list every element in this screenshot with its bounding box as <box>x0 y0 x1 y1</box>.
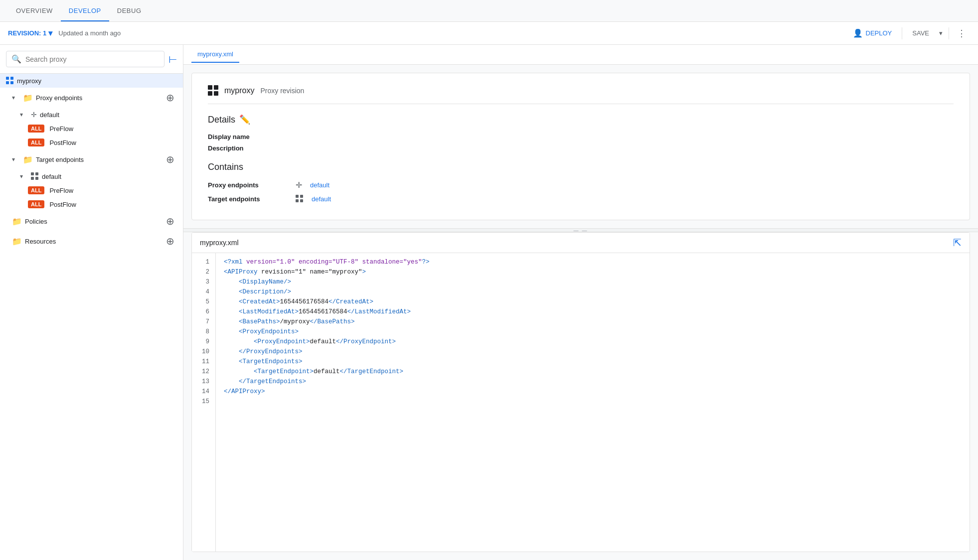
divider2 <box>949 27 949 39</box>
collapse-sidebar-button[interactable]: ⊢ <box>168 53 177 65</box>
divider <box>902 27 902 39</box>
proxy-endpoints-row: Proxy endpoints ✛ default <box>208 180 954 190</box>
tab-develop[interactable]: DEVELOP <box>61 1 109 21</box>
sidebar-item-target-default[interactable]: ▾ default <box>0 169 183 183</box>
proxy-header: myproxy Proxy revision <box>208 85 954 104</box>
target-endpoints-row: Target endpoints default <box>208 195 954 203</box>
right-panel: myproxy.xml myproxy Proxy revision Detai… <box>183 45 978 560</box>
code-header: myproxy.xml ⇱ <box>192 233 970 253</box>
revision-chevron-icon: ▾ <box>48 28 52 38</box>
search-bar: 🔍 ⊢ <box>0 45 183 74</box>
folder-icon-2: 📁 <box>23 155 33 164</box>
expand-code-button[interactable]: ⇱ <box>953 237 962 249</box>
target-preflow-label: PreFlow <box>49 187 73 194</box>
sidebar-item-proxy-postflow[interactable]: ALL PostFlow <box>0 136 183 149</box>
search-input[interactable] <box>25 55 159 63</box>
all-badge-4: ALL <box>28 200 44 208</box>
add-target-endpoint-button[interactable]: ⊕ <box>163 152 177 166</box>
code-lines: <?xml version="1.0" encoding="UTF-8" sta… <box>216 253 970 552</box>
proxy-header-subtitle: Proxy revision <box>260 87 304 95</box>
search-input-wrap[interactable]: 🔍 <box>6 51 164 67</box>
proxy-endpoint-icon: ✛ <box>296 180 302 190</box>
target-endpoint-icon <box>296 195 304 203</box>
code-section: myproxy.xml ⇱ 123456789101112131415 <?xm… <box>191 232 970 552</box>
tab-overview[interactable]: OVERVIEW <box>8 1 61 21</box>
add-proxy-endpoint-button[interactable]: ⊕ <box>163 91 177 105</box>
updated-text: Updated a month ago <box>58 29 121 37</box>
sidebar-item-proxy-default[interactable]: ▾ ✛ default <box>0 108 183 122</box>
tab-debug[interactable]: DEBUG <box>109 1 150 21</box>
edit-icon[interactable]: ✏️ <box>239 114 250 125</box>
sidebar-item-proxy-endpoints[interactable]: ▾ 📁 Proxy endpoints ⊕ <box>0 88 183 108</box>
chevron-down-icon-4: ▾ <box>20 173 28 180</box>
proxy-endpoints-contains-label: Proxy endpoints <box>208 181 288 189</box>
folder-icon-3: 📁 <box>12 217 22 226</box>
preflow-label: PreFlow <box>49 125 73 133</box>
sidebar-item-target-preflow[interactable]: ALL PreFlow <box>0 183 183 197</box>
resize-handle[interactable]: — — <box>183 228 978 232</box>
description-row: Description <box>208 144 954 152</box>
top-nav: OVERVIEW DEVELOP DEBUG <box>0 0 978 22</box>
add-policy-button[interactable]: ⊕ <box>163 214 177 228</box>
target-postflow-label: PostFlow <box>49 201 76 208</box>
display-name-row: Display name <box>208 133 954 140</box>
proxy-name-label: myproxy <box>17 77 41 85</box>
add-resource-button[interactable]: ⊕ <box>163 234 177 248</box>
grid-icon <box>6 77 14 85</box>
sidebar-item-target-endpoints[interactable]: ▾ 📁 Target endpoints ⊕ <box>0 149 183 169</box>
target-endpoints-link[interactable]: default <box>312 195 331 203</box>
folder-icon-4: 📁 <box>12 237 22 246</box>
sidebar-item-policies[interactable]: 📁 Policies ⊕ <box>0 211 183 231</box>
proxy-endpoints-link[interactable]: default <box>310 181 329 189</box>
file-tab-bar: myproxy.xml <box>183 45 978 65</box>
all-badge-2: ALL <box>28 139 44 146</box>
tree-content: myproxy ▾ 📁 Proxy endpoints ⊕ ▾ ✛ defaul… <box>0 74 183 560</box>
all-badge-3: ALL <box>28 186 44 194</box>
contains-section-title: Contains <box>208 162 954 172</box>
chevron-down-icon-2: ▾ <box>20 111 28 118</box>
proxy-header-name: myproxy <box>224 86 254 95</box>
line-numbers: 123456789101112131415 <box>192 253 216 552</box>
proxy-grid-icon <box>208 85 218 96</box>
chevron-down-icon: ▾ <box>12 94 20 101</box>
details-panel: myproxy Proxy revision Details ✏️ Displa… <box>191 73 970 220</box>
revision-dropdown[interactable]: REVISION: 1 ▾ <box>8 28 52 38</box>
revision-bar: REVISION: 1 ▾ Updated a month ago 👤 DEPL… <box>0 22 978 45</box>
contains-section: Contains Proxy endpoints ✛ default Targe… <box>208 162 954 203</box>
deploy-person-icon: 👤 <box>853 28 863 38</box>
sidebar-item-myproxy[interactable]: myproxy <box>0 74 183 88</box>
cross-icon: ✛ <box>31 111 37 119</box>
code-area[interactable]: 123456789101112131415 <?xml version="1.0… <box>192 253 970 552</box>
details-section-title: Details ✏️ <box>208 114 954 125</box>
grid-icon-2 <box>31 172 39 180</box>
sidebar-item-resources[interactable]: 📁 Resources ⊕ <box>0 231 183 251</box>
description-label: Description <box>208 144 288 152</box>
all-badge: ALL <box>28 125 44 133</box>
target-endpoints-contains-label: Target endpoints <box>208 195 288 203</box>
deploy-button[interactable]: 👤 DEPLOY <box>847 25 898 41</box>
sidebar-item-target-postflow[interactable]: ALL PostFlow <box>0 197 183 211</box>
file-tab-myproxy-xml[interactable]: myproxy.xml <box>191 46 239 63</box>
more-options-button[interactable]: ⋮ <box>953 25 970 42</box>
sidebar: 🔍 ⊢ myproxy ▾ 📁 Proxy endpoints ⊕ <box>0 45 183 560</box>
save-dropdown-icon[interactable]: ▾ <box>937 26 945 40</box>
revision-label: REVISION: 1 <box>8 29 46 37</box>
postflow-label: PostFlow <box>49 139 76 146</box>
chevron-down-icon-3: ▾ <box>12 156 20 163</box>
details-section: Details ✏️ Display name Description <box>208 114 954 152</box>
sidebar-item-proxy-preflow[interactable]: ALL PreFlow <box>0 122 183 136</box>
folder-icon: 📁 <box>23 93 33 103</box>
display-name-label: Display name <box>208 133 288 140</box>
main-layout: 🔍 ⊢ myproxy ▾ 📁 Proxy endpoints ⊕ <box>0 45 978 560</box>
save-button[interactable]: SAVE <box>906 26 935 40</box>
code-title: myproxy.xml <box>200 239 239 247</box>
search-icon: 🔍 <box>11 54 21 64</box>
